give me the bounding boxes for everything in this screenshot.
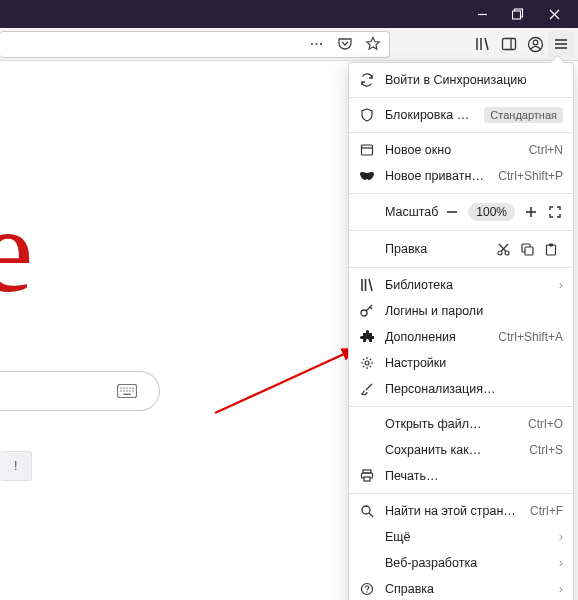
window-minimize-button[interactable] xyxy=(464,0,500,28)
svg-point-11 xyxy=(533,40,538,45)
zoom-out-button[interactable] xyxy=(440,200,464,224)
puzzle-icon xyxy=(359,330,375,344)
menu-content-blocking[interactable]: Блокировка содержимого Стандартная xyxy=(349,102,573,128)
window-titlebar xyxy=(0,0,578,28)
svg-point-24 xyxy=(129,390,131,392)
menu-help[interactable]: Справка › xyxy=(349,576,573,600)
hamburger-menu-button[interactable] xyxy=(548,31,574,57)
menu-open-file-shortcut: Ctrl+O xyxy=(528,417,563,431)
menu-addons-shortcut: Ctrl+Shift+A xyxy=(498,330,563,344)
svg-rect-2 xyxy=(513,11,521,19)
menu-find-label: Найти на этой странице… xyxy=(385,504,520,518)
cut-button[interactable] xyxy=(491,237,515,261)
sync-icon xyxy=(359,73,375,87)
menu-addons[interactable]: Дополнения Ctrl+Shift+A xyxy=(349,324,573,350)
menu-new-window[interactable]: Новое окно Ctrl+N xyxy=(349,137,573,163)
window-icon xyxy=(359,143,375,157)
menu-new-private-shortcut: Ctrl+Shift+P xyxy=(498,169,563,183)
paste-button[interactable] xyxy=(539,237,563,261)
menu-new-window-shortcut: Ctrl+N xyxy=(529,143,563,157)
chevron-right-icon: › xyxy=(559,556,563,570)
menu-more[interactable]: Ещё › xyxy=(349,524,573,550)
menu-separator xyxy=(349,193,573,194)
page-button-fragment[interactable]: ! xyxy=(0,451,32,481)
menu-print-label: Печать… xyxy=(385,469,563,483)
menu-logins-label: Логины и пароли xyxy=(385,304,563,318)
account-icon[interactable] xyxy=(522,31,548,57)
help-icon xyxy=(359,582,375,596)
menu-save-as-label: Сохранить как… xyxy=(385,443,519,457)
menu-find[interactable]: Найти на этой странице… Ctrl+F xyxy=(349,498,573,524)
chevron-right-icon: › xyxy=(559,278,563,292)
svg-line-46 xyxy=(370,307,372,309)
search-icon xyxy=(359,504,375,518)
menu-edit-row: Правка xyxy=(349,235,573,263)
sidebar-toggle-icon[interactable] xyxy=(496,31,522,57)
url-bar[interactable]: ··· xyxy=(0,31,390,58)
svg-rect-26 xyxy=(123,394,131,396)
svg-rect-50 xyxy=(364,477,370,481)
copy-button[interactable] xyxy=(515,237,539,261)
chevron-right-icon: › xyxy=(559,582,563,596)
chevron-right-icon: › xyxy=(559,530,563,544)
library-icon xyxy=(359,278,375,292)
menu-new-private-window[interactable]: Новое приватное окно Ctrl+Shift+P xyxy=(349,163,573,189)
menu-sync-label: Войти в Синхронизацию xyxy=(385,73,563,87)
svg-point-21 xyxy=(120,390,122,392)
menu-zoom-row: Масштаб 100% xyxy=(349,198,573,226)
menu-separator xyxy=(349,267,573,268)
menu-sync[interactable]: Войти в Синхронизацию xyxy=(349,67,573,93)
window-restore-button[interactable] xyxy=(500,0,536,28)
search-field-stub[interactable] xyxy=(0,371,160,411)
svg-rect-40 xyxy=(549,243,553,246)
menu-separator xyxy=(349,97,573,98)
menu-separator xyxy=(349,132,573,133)
zoom-percent[interactable]: 100% xyxy=(468,203,515,221)
menu-print[interactable]: Печать… xyxy=(349,463,573,489)
content-blocking-badge: Стандартная xyxy=(484,107,563,123)
svg-line-27 xyxy=(215,349,355,413)
keyboard-icon xyxy=(117,384,137,398)
svg-line-7 xyxy=(485,38,488,50)
menu-customize-label: Персонализация… xyxy=(385,382,563,396)
window-close-button[interactable] xyxy=(536,0,572,28)
menu-zoom-label: Масштаб xyxy=(385,205,440,219)
menu-open-file-label: Открыть файл… xyxy=(385,417,518,431)
menu-new-window-label: Новое окно xyxy=(385,143,519,157)
menu-find-shortcut: Ctrl+F xyxy=(530,504,563,518)
menu-addons-label: Дополнения xyxy=(385,330,488,344)
logo-fragment: e xyxy=(0,191,33,311)
page-actions-icon[interactable]: ··· xyxy=(307,31,327,57)
menu-new-private-label: Новое приватное окно xyxy=(385,169,488,183)
svg-point-16 xyxy=(120,387,122,389)
menu-logins[interactable]: Логины и пароли xyxy=(349,298,573,324)
menu-open-file[interactable]: Открыть файл… Ctrl+O xyxy=(349,411,573,437)
svg-rect-28 xyxy=(362,145,373,155)
menu-customize[interactable]: Персонализация… xyxy=(349,376,573,402)
svg-rect-38 xyxy=(525,247,533,255)
pocket-icon[interactable] xyxy=(335,31,355,57)
zoom-in-button[interactable] xyxy=(519,200,543,224)
svg-point-19 xyxy=(129,387,131,389)
bookmark-star-icon[interactable] xyxy=(363,31,383,57)
svg-point-54 xyxy=(366,591,367,592)
fullscreen-button[interactable] xyxy=(543,200,567,224)
library-icon[interactable] xyxy=(470,31,496,57)
brush-icon xyxy=(359,382,375,396)
menu-content-blocking-label: Блокировка содержимого xyxy=(385,108,474,122)
menu-edit-label: Правка xyxy=(385,242,491,256)
menu-more-label: Ещё xyxy=(385,530,549,544)
menu-web-developer[interactable]: Веб-разработка › xyxy=(349,550,573,576)
annotation-arrow xyxy=(210,341,370,421)
menu-library[interactable]: Библиотека › xyxy=(349,272,573,298)
shield-icon xyxy=(359,108,375,122)
gear-icon xyxy=(359,356,375,370)
menu-separator xyxy=(349,230,573,231)
menu-settings[interactable]: Настройки xyxy=(349,350,573,376)
svg-point-20 xyxy=(132,387,134,389)
menu-save-as-shortcut: Ctrl+S xyxy=(529,443,563,457)
svg-line-52 xyxy=(369,513,373,517)
browser-toolbar: ··· xyxy=(0,28,578,61)
menu-save-as[interactable]: Сохранить как… Ctrl+S xyxy=(349,437,573,463)
svg-point-18 xyxy=(126,387,128,389)
